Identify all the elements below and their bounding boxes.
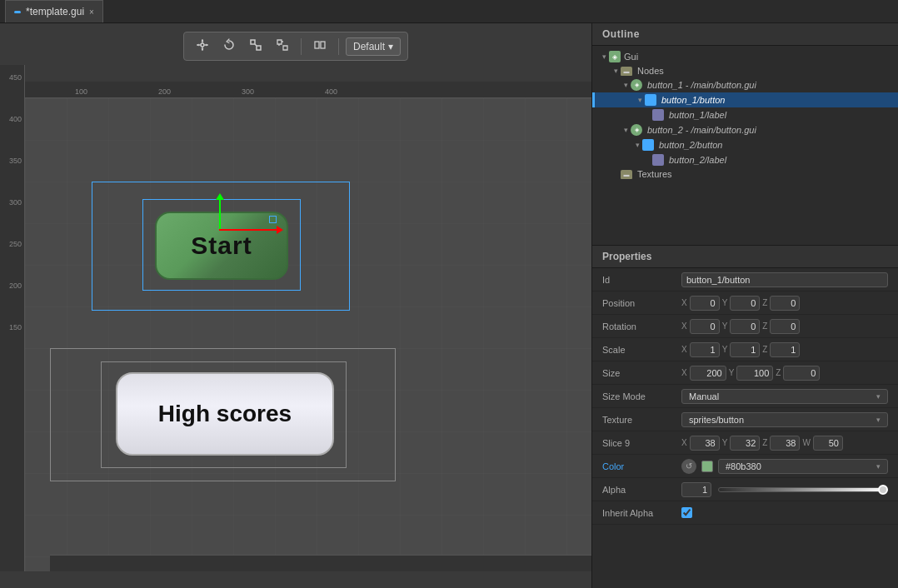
prop-label-slice9: Slice 9 — [602, 438, 681, 448]
prop-position-y[interactable] — [730, 296, 760, 311]
tab-label: *template.gui — [26, 6, 84, 17]
file-tab[interactable]: *template.gui × — [5, 0, 103, 22]
prop-row-scale: Scale X Y Z — [592, 338, 898, 361]
prop-position-z[interactable] — [770, 296, 800, 311]
prop-slice9-z[interactable] — [770, 436, 800, 451]
svg-rect-2 — [257, 46, 261, 50]
prop-input-id[interactable] — [681, 272, 888, 287]
transform-handle[interactable] — [269, 216, 277, 223]
tree-item-button1-label[interactable]: button_1/label — [592, 107, 898, 122]
tree-item-button2-label[interactable]: button_2/label — [592, 152, 898, 167]
tree-item-textures[interactable]: ▬ Textures — [592, 167, 898, 181]
prop-label-size: Size — [602, 368, 681, 378]
tree-item-button1-group[interactable]: ▾ ◈ button_1 - /main/button.gui — [592, 77, 898, 92]
pos-z-label: Z — [762, 298, 767, 307]
prop-value-texture: sprites/button ▾ — [681, 412, 888, 427]
right-panel: Outline ▾ ◈ Gui ▾ ▬ Nodes ▾ ◈ button_1 -… — [591, 23, 898, 588]
texture-arrow-icon: ▾ — [876, 416, 881, 424]
button-1-label: Start — [191, 232, 252, 260]
tree-item-gui[interactable]: ▾ ◈ Gui — [592, 49, 898, 64]
prop-slice9-x[interactable] — [690, 436, 720, 451]
toolbar-divider-2 — [338, 38, 339, 55]
tree-arrow-gui: ▾ — [599, 52, 609, 61]
tree-item-button2-group[interactable]: ▾ ◈ button_2 - /main/button.gui — [592, 122, 898, 137]
canvas-area[interactable]: Default ▾ 450 400 350 300 250 200 150 10… — [0, 23, 591, 588]
rot-y-label: Y — [722, 321, 728, 331]
prop-size-x[interactable] — [690, 366, 726, 381]
prop-color-hex: #80b380 — [726, 461, 761, 471]
prop-color-dropdown[interactable]: #80b380 ▾ — [718, 459, 888, 474]
prop-alpha-value[interactable] — [681, 482, 711, 497]
prop-label-texture: Texture — [602, 415, 681, 425]
icon-gui: ◈ — [609, 51, 621, 62]
rotate-tool-button[interactable] — [217, 36, 241, 57]
size-z-label: Z — [776, 368, 781, 377]
tree-label-b2g: button_2 - /main/button.gui — [647, 125, 756, 135]
button-2-scores[interactable]: High scores — [116, 372, 334, 456]
mode-dropdown-arrow: ▾ — [388, 41, 393, 52]
tree-arrow-nodes: ▾ — [611, 67, 621, 75]
prop-sizemode-dropdown[interactable]: Manual ▾ — [681, 389, 888, 404]
prop-label-scale: Scale — [602, 345, 681, 355]
tree-item-button2-button[interactable]: ▾ button_2/button — [592, 137, 898, 152]
s9-y-label: Y — [722, 438, 728, 447]
move-tool-button[interactable] — [191, 36, 214, 57]
h-tick-100: 100 — [75, 87, 87, 96]
scale-x-label: X — [681, 345, 687, 354]
prop-label-position: Position — [602, 298, 681, 308]
transform-up-arrow — [219, 199, 221, 231]
prop-scale-x[interactable] — [690, 342, 720, 357]
ruler-tick-450: 450 — [9, 73, 22, 82]
prop-value-position: X Y Z — [681, 296, 888, 311]
svg-rect-1 — [251, 40, 255, 44]
svg-rect-4 — [321, 42, 325, 48]
tab-close-button[interactable]: × — [89, 7, 94, 17]
prop-sizemode-value: Manual — [689, 391, 719, 401]
scale-z-label: Z — [762, 345, 767, 354]
prop-texture-dropdown[interactable]: sprites/button ▾ — [681, 412, 888, 427]
transform-tool-button[interactable] — [271, 36, 294, 57]
prop-size-y[interactable] — [736, 366, 773, 381]
tree-arrow-b2g: ▾ — [621, 126, 631, 134]
prop-slice9-w[interactable] — [813, 436, 843, 451]
prop-rotation-z[interactable] — [770, 319, 800, 334]
prop-size-z[interactable] — [783, 366, 820, 381]
tree-arrow-tex — [611, 170, 621, 178]
s9-x-label: X — [681, 438, 687, 447]
canvas-viewport[interactable]: 100 200 300 400 Start — [25, 82, 591, 571]
tree-label-b1b: button_1/button — [661, 95, 725, 105]
prop-row-sizemode: Size Mode Manual ▾ — [592, 385, 898, 408]
tree-item-nodes[interactable]: ▾ ▬ Nodes — [592, 64, 898, 77]
svg-rect-3 — [315, 42, 319, 48]
ruler-tick-150: 150 — [9, 323, 22, 331]
tree-item-button1-button[interactable]: ▾ button_1/button — [592, 92, 898, 107]
tab-modified-dot — [14, 11, 21, 13]
mode-dropdown[interactable]: Default ▾ — [346, 37, 401, 56]
prop-slice9-y[interactable] — [730, 436, 760, 451]
ruler-tick-350: 350 — [9, 157, 22, 165]
prop-position-x[interactable] — [690, 296, 720, 311]
tree-arrow-b1b: ▾ — [635, 96, 645, 104]
prop-rotation-y[interactable] — [730, 319, 760, 334]
prop-rotation-x[interactable] — [690, 319, 720, 334]
prop-row-inherit-alpha: Inherit Alpha — [592, 501, 898, 525]
size-x-label: X — [681, 368, 687, 377]
layout-tool-button[interactable] — [308, 36, 332, 57]
color-swatch[interactable] — [701, 461, 713, 472]
color-reset-button[interactable]: ↺ — [681, 459, 696, 474]
h-tick-200: 200 — [158, 87, 171, 96]
toolbar: Default ▾ — [183, 32, 408, 61]
prop-scale-z[interactable] — [770, 342, 800, 357]
prop-row-position: Position X Y Z — [592, 292, 898, 315]
prop-inherit-alpha-checkbox[interactable] — [681, 507, 692, 518]
button-2-container[interactable]: High scores — [50, 348, 396, 481]
outline-header: Outline — [592, 23, 898, 46]
tree-arrow-b2b: ▾ — [632, 141, 642, 149]
scale-tool-button[interactable] — [244, 36, 267, 57]
alpha-slider[interactable] — [718, 487, 888, 492]
button-1-container[interactable]: Start — [92, 182, 350, 311]
prop-scale-y[interactable] — [730, 342, 760, 357]
button-1-start[interactable]: Start — [155, 212, 288, 280]
prop-row-id: Id — [592, 268, 898, 292]
prop-value-rotation: X Y Z — [681, 319, 888, 334]
